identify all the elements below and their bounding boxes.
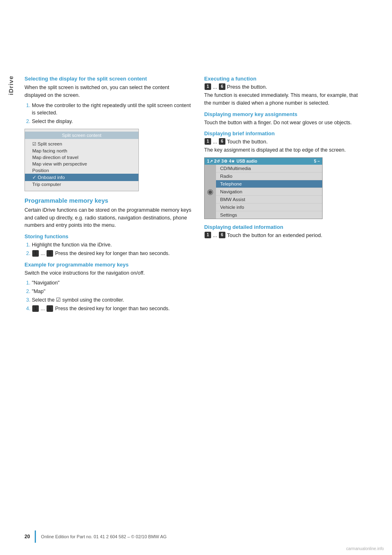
storing-step-2: 1 ... 6 Press the desired key for longer… <box>32 250 192 257</box>
storing-heading: Storing functions <box>24 233 192 239</box>
selecting-step-1: Move the controller to the right repeate… <box>32 102 192 117</box>
watermark: carmanualonline.info <box>346 546 384 551</box>
split-screen-item-map-north: Map facing north <box>25 148 138 154</box>
storing-section: Storing functions Highlight the function… <box>24 233 192 257</box>
menu-item-cdmultimedia: CD/Multimedia <box>216 165 322 172</box>
exec-dots: ... <box>213 84 217 90</box>
example-step-3: Select the ☑ symbol using the controller… <box>32 296 192 304</box>
example-steps: "Navigation" "Map" Select the ☑ symbol u… <box>24 279 192 312</box>
brief-info-heading: Displaying brief information <box>204 130 359 137</box>
tab-4: 4★ <box>229 159 235 163</box>
exec-inline-text: Press the button. <box>227 84 267 90</box>
split-screen-item-map-perspective: Map view with perspective <box>25 161 138 167</box>
example-step-1: "Navigation" <box>32 279 192 287</box>
storing-steps: Highlight the function via the iDrive. 1… <box>24 241 192 257</box>
executing-body: The function is executed immediately. Th… <box>204 92 359 107</box>
tab-usb: USB audio <box>236 159 257 163</box>
key-badge-1: 1 <box>32 250 39 257</box>
key-badge-6: 6 <box>47 250 53 257</box>
detailed-info-heading: Displaying detailed information <box>204 224 359 230</box>
memory-assignments-section: Displaying memory key assignments Touch … <box>204 111 359 127</box>
brief-badge-6: 6 <box>219 138 225 145</box>
detailed-info-section: Displaying detailed information 1 ... 6 … <box>204 224 359 238</box>
selecting-section: Selecting the display for the split scre… <box>24 76 192 191</box>
menu-item-radio: Radio <box>216 172 322 180</box>
menu-item-settings: Settings <box>216 211 322 219</box>
split-screen-ui: Split screen content Split screen Map fa… <box>24 129 139 191</box>
tab-3: 3⚙ <box>221 159 227 163</box>
example-badge-1: 1 <box>32 305 39 312</box>
example-section: Example for programmable memory keys Swi… <box>24 262 192 313</box>
left-column: Selecting the display for the split scre… <box>24 76 200 315</box>
footer-text: Online Edition for Part no. 01 41 2 604 … <box>41 534 167 539</box>
split-screen-item-split-screen: Split screen <box>25 141 138 148</box>
menu-items-list: CD/Multimedia Radio Telephone Navigation… <box>216 165 322 219</box>
footer-bar <box>35 530 36 543</box>
programmable-section: Programmable memory keys Certain iDrive … <box>24 197 192 313</box>
menu-items-area: ◉ CD/Multimedia Radio Telephone Navigati… <box>205 165 322 219</box>
split-screen-item-onboard: ✓ Onboard info <box>25 174 138 181</box>
programmable-heading: Programmable memory keys <box>24 197 192 204</box>
example-intro: Switch the voice instructions for the na… <box>24 269 192 277</box>
executing-section: Executing a function 1 ... 6 Press the b… <box>204 76 359 107</box>
selecting-steps: Move the controller to the right repeate… <box>24 102 192 125</box>
brief-badge-1: 1 <box>205 138 211 145</box>
split-screen-title: Split screen content <box>25 132 138 139</box>
menu-item-bmw-assist: BMW Assist <box>216 196 322 204</box>
tab-number: 5 – <box>314 159 320 163</box>
example-step-2: "Map" <box>32 288 192 295</box>
split-screen-item-trip: Trip computer <box>25 181 138 188</box>
menu-ui: 1↗ 2↺ 3⚙ 4★ USB audio 5 – ◉ CD/Multimedi… <box>204 157 323 219</box>
menu-item-vehicle-info: Vehicle info <box>216 204 322 211</box>
programmable-intro: Certain iDrive functions can be stored o… <box>24 206 192 229</box>
menu-item-navigation: Navigation <box>216 188 322 196</box>
tab-1: 1↗ <box>207 159 213 163</box>
brief-info-body: The key assignment is displayed at the t… <box>204 146 359 154</box>
executing-heading: Executing a function <box>204 76 359 82</box>
menu-header: 1↗ 2↺ 3⚙ 4★ USB audio 5 – <box>205 158 322 165</box>
selecting-heading: Selecting the display for the split scre… <box>24 76 192 82</box>
memory-assignments-body: Touch the button with a finger. Do not w… <box>204 119 359 127</box>
split-screen-item-map-direction: Map direction of travel <box>25 154 138 161</box>
brief-dots: ... <box>213 139 217 145</box>
selecting-intro: When the split screen is switched on, yo… <box>24 84 192 99</box>
example-step-4: 1 ... 6 Press the desired key for longer… <box>32 305 192 313</box>
menu-sidebar: ◉ <box>205 165 216 219</box>
example-badge-6: 6 <box>47 305 53 312</box>
memory-assignments-heading: Displaying memory key assignments <box>204 111 359 117</box>
detailed-dots: ... <box>213 232 217 238</box>
brief-info-section: Displaying brief information 1 ... 6 Tou… <box>204 130 359 219</box>
tab-2: 2↺ <box>214 159 220 163</box>
exec-badge-6: 6 <box>219 83 225 90</box>
page-number: 20 <box>24 534 30 539</box>
detailed-badge-1: 1 <box>205 232 211 238</box>
brief-badge-row: 1 ... 6 Touch the button. <box>204 138 359 145</box>
right-column: Executing a function 1 ... 6 Press the b… <box>200 76 359 315</box>
detailed-inline-text: Touch the button for an extended period. <box>227 232 322 238</box>
sidebar-label: iDrive <box>7 76 14 95</box>
storing-step-1: Highlight the function via the iDrive. <box>32 241 192 249</box>
detailed-badge-6: 6 <box>219 232 225 238</box>
example-heading: Example for programmable memory keys <box>24 262 192 268</box>
footer: 20 Online Edition for Part no. 01 41 2 6… <box>0 530 392 543</box>
detailed-badge-row: 1 ... 6 Touch the button for an extended… <box>204 232 359 238</box>
executing-badge-row: 1 ... 6 Press the button. <box>204 83 359 90</box>
split-screen-item-position: Position <box>25 167 138 174</box>
selecting-step-2: Select the display. <box>32 118 192 125</box>
brief-inline-text: Touch the button. <box>227 139 268 145</box>
exec-badge-1: 1 <box>205 83 211 90</box>
menu-item-telephone: Telephone <box>216 180 322 188</box>
